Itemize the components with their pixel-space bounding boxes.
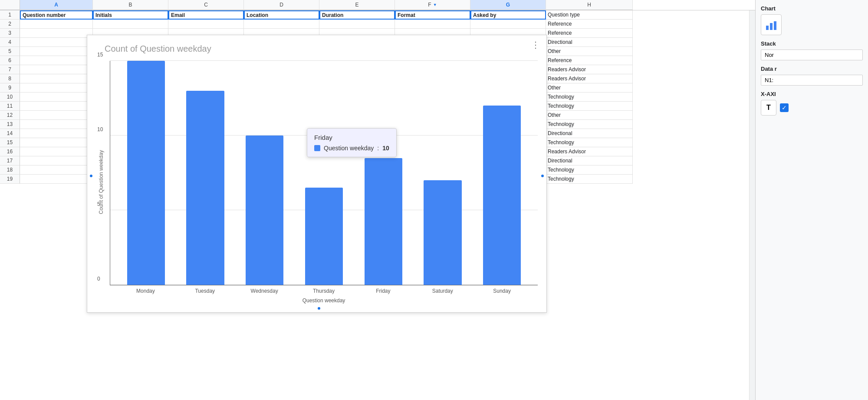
- cell-h3[interactable]: Reference: [546, 29, 633, 38]
- cell-d1[interactable]: Location: [244, 10, 319, 20]
- cell-h5[interactable]: Other: [546, 47, 633, 56]
- data-range-input[interactable]: [761, 75, 863, 86]
- col-header-b[interactable]: B: [93, 0, 168, 10]
- column-headers: A B C D E F G H: [0, 0, 868, 10]
- cell-a12[interactable]: [20, 111, 93, 120]
- bar-friday[interactable]: [365, 158, 402, 285]
- cell-h9[interactable]: Other: [546, 83, 633, 93]
- row-header-11: 11: [0, 102, 20, 111]
- data-range-section: Data r: [761, 66, 863, 86]
- bar-group-thursday[interactable]: [297, 61, 351, 285]
- bar-group-wednesday[interactable]: [237, 61, 292, 285]
- cell-a10[interactable]: [20, 93, 93, 102]
- col-header-e[interactable]: E: [319, 0, 395, 10]
- chart-overlay[interactable]: ⋮ Count of Question weekday Count of Que…: [87, 35, 547, 313]
- cell-h2[interactable]: Reference: [546, 20, 633, 29]
- cell-a3[interactable]: [20, 29, 93, 38]
- bar-wednesday[interactable]: [246, 136, 283, 285]
- col-header-h[interactable]: H: [546, 0, 633, 10]
- x-label-sunday: Sunday: [475, 288, 529, 294]
- cell-h11[interactable]: Technology: [546, 102, 633, 111]
- cell-h12[interactable]: Other: [546, 111, 633, 120]
- bar-group-monday[interactable]: [119, 61, 173, 285]
- cell-h13[interactable]: Technology: [546, 120, 633, 129]
- cell-a5[interactable]: [20, 47, 93, 56]
- cell-a18[interactable]: [20, 165, 93, 175]
- cell-h15[interactable]: Technology: [546, 138, 633, 147]
- col-header-f[interactable]: F: [395, 0, 470, 10]
- cell-h16[interactable]: Readers Advisor: [546, 147, 633, 156]
- stacking-input[interactable]: [761, 50, 863, 60]
- cell-a14[interactable]: [20, 129, 93, 138]
- cell-a6[interactable]: [20, 56, 93, 65]
- x-axis-section-title: X-AXI: [761, 91, 863, 97]
- chart-handle-right[interactable]: [540, 174, 545, 178]
- bar-sunday[interactable]: [483, 106, 521, 285]
- tooltip-legend-label: Question weekday: [324, 145, 374, 152]
- cell-h18[interactable]: Technology: [546, 165, 633, 175]
- cell-a8[interactable]: [20, 74, 93, 83]
- cell-h1[interactable]: Question type: [546, 10, 633, 20]
- chart-section-title: Chart: [761, 5, 863, 12]
- cell-a1[interactable]: Question number: [20, 10, 93, 20]
- x-axis-title: Question weekday: [110, 298, 538, 304]
- row-header-15: 15: [0, 138, 20, 147]
- chart-title: Count of Question weekday: [105, 44, 538, 54]
- cell-c1[interactable]: Email: [168, 10, 244, 20]
- col-header-d[interactable]: D: [244, 0, 319, 10]
- cell-h6[interactable]: Reference: [546, 56, 633, 65]
- row-header-12: 12: [0, 111, 20, 120]
- chart-menu-button[interactable]: ⋮: [531, 40, 540, 50]
- cell-h19[interactable]: Technology: [546, 175, 633, 184]
- scrollbar[interactable]: [749, 10, 755, 400]
- cell-g2[interactable]: [470, 20, 546, 29]
- col-header-c[interactable]: C: [168, 0, 244, 10]
- cell-b1[interactable]: Initials: [93, 10, 168, 20]
- cell-e2[interactable]: [319, 20, 395, 29]
- cell-a7[interactable]: [20, 65, 93, 74]
- cell-d2[interactable]: [244, 20, 319, 29]
- bar-monday[interactable]: [127, 61, 165, 285]
- cell-e1[interactable]: Duration: [319, 10, 395, 20]
- cell-f2[interactable]: [395, 20, 470, 29]
- chart-plot: Friday Question weekday: 10 051015: [110, 61, 538, 285]
- cell-h17[interactable]: Directional: [546, 156, 633, 165]
- cell-a2[interactable]: [20, 20, 93, 29]
- bar-group-friday[interactable]: [356, 61, 411, 285]
- cell-a4[interactable]: [20, 38, 93, 47]
- col-header-a[interactable]: A: [20, 0, 93, 10]
- cell-h10[interactable]: Technology: [546, 93, 633, 102]
- cell-a11[interactable]: [20, 102, 93, 111]
- bar-group-tuesday[interactable]: [178, 61, 233, 285]
- cell-a13[interactable]: [20, 120, 93, 129]
- chart-handle-bottom[interactable]: [317, 306, 321, 311]
- cell-a17[interactable]: [20, 156, 93, 165]
- row-header-2: 2: [0, 20, 20, 29]
- cell-h8[interactable]: Readers Advisor: [546, 74, 633, 83]
- bar-tuesday[interactable]: [186, 91, 224, 285]
- cell-a15[interactable]: [20, 138, 93, 147]
- cell-a16[interactable]: [20, 147, 93, 156]
- chart-handle-left[interactable]: [89, 174, 93, 178]
- checkbox-checked[interactable]: ✓: [780, 103, 789, 112]
- row-header-7: 7: [0, 65, 20, 74]
- cell-b2[interactable]: [93, 20, 168, 29]
- cell-h7[interactable]: Readers Advisor: [546, 65, 633, 74]
- bar-group-saturday[interactable]: [416, 61, 470, 285]
- x-label-monday: Monday: [118, 288, 173, 294]
- col-header-g[interactable]: G: [470, 0, 546, 10]
- bar-group-sunday[interactable]: [475, 61, 529, 285]
- x-axis-text-icon[interactable]: T: [761, 100, 776, 116]
- svg-rect-1: [770, 23, 773, 30]
- cell-c2[interactable]: [168, 20, 244, 29]
- tooltip-value: 10: [382, 145, 389, 152]
- cell-a9[interactable]: [20, 83, 93, 93]
- chart-type-icon[interactable]: [761, 14, 782, 35]
- cell-h14[interactable]: Directional: [546, 129, 633, 138]
- cell-g1[interactable]: Asked by: [470, 10, 546, 20]
- bar-thursday[interactable]: [305, 188, 343, 285]
- cell-a19[interactable]: [20, 175, 93, 184]
- cell-h4[interactable]: Directional: [546, 38, 633, 47]
- bar-saturday[interactable]: [424, 180, 461, 285]
- cell-f1[interactable]: Format: [395, 10, 470, 20]
